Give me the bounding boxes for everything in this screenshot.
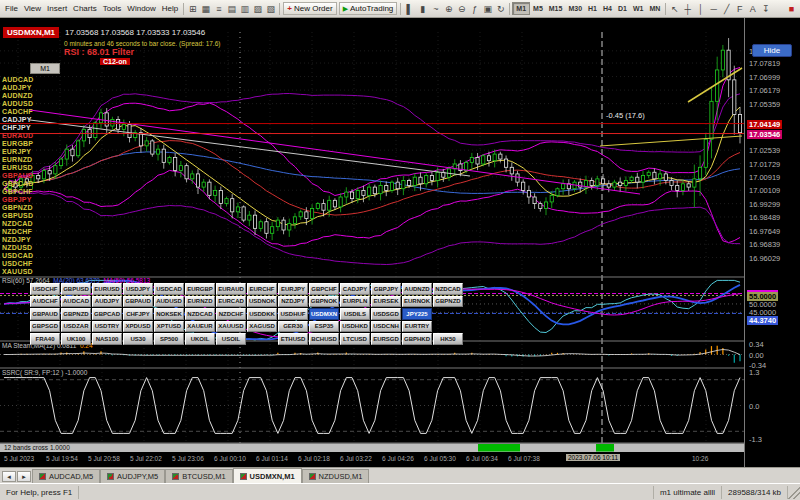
auto-scroll-icon[interactable]: ↻ [494,2,507,16]
autotrading-button[interactable]: ▶AutoTrading [339,2,398,15]
matrix-cell-nzdjpy[interactable]: NZDJPY [278,296,308,308]
timeframe-h1-button[interactable]: H1 [585,3,600,14]
menu-tools[interactable]: Tools [100,2,125,15]
new-order-button[interactable]: +New Order [283,2,336,15]
matrix-cell-usdhkd[interactable]: USDHKD [340,321,370,333]
watchlist-item-eurnzd[interactable]: EURNZD [2,156,64,164]
trendline-icon[interactable]: ╱ [720,2,733,16]
watchlist-item-audjpy[interactable]: AUDJPY [2,84,64,92]
matrix-cell-nas100[interactable]: NAS100 [92,333,122,345]
fibonacci-icon[interactable]: F [733,2,746,16]
chart-symbol-tab[interactable]: USDMXN,M1 [3,27,59,38]
timeframe-d1-button[interactable]: D1 [615,3,630,14]
matrix-cell-noksek[interactable]: NOKSEK [154,308,184,320]
matrix-cell-eurnok[interactable]: EURNOK [402,296,432,308]
profiles-icon[interactable]: ▦ [199,2,212,16]
indicators-icon[interactable]: ƒ [468,2,481,16]
matrix-cell-usdtry[interactable]: USDTRY [92,321,122,333]
matrix-cell-gbpnzd[interactable]: GBPNZD [433,296,463,308]
matrix-cell-usddkk[interactable]: USDDKK [247,308,277,320]
watchlist-item-gbpcad[interactable]: GBPCAD [2,180,64,188]
matrix-cell-xagusd[interactable]: XAGUSD [247,321,277,333]
matrix-cell-nzdcad[interactable]: NZDCAD [433,283,463,295]
line-chart-icon[interactable]: ~ [429,2,442,16]
matrix-cell-usdhuf[interactable]: USDHUF [278,308,308,320]
matrix-cell-usdnok[interactable]: USDNOK [247,296,277,308]
vertical-line-icon[interactable]: │ [694,2,707,16]
zoom-out-icon[interactable]: ⊖ [455,2,468,16]
menu-file[interactable]: File [2,2,21,15]
matrix-cell-eurnzd[interactable]: EURNZD [185,296,215,308]
timeframe-h4-button[interactable]: H4 [600,3,615,14]
horizontal-line-icon[interactable]: ─ [707,2,720,16]
watchlist-item-gbpjpy[interactable]: GBPJPY [2,196,64,204]
matrix-cell-nzdchf[interactable]: NZDCHF [216,308,246,320]
menu-charts[interactable]: Charts [70,2,100,15]
timeframe-w1-button[interactable]: W1 [630,3,647,14]
strategy-tester-icon[interactable]: ▧ [264,2,277,16]
matrix-cell-usdcad[interactable]: USDCAD [154,283,184,295]
watchlist-item-xauusd[interactable]: XAUUSD [2,268,64,276]
chart-canvas[interactable] [0,18,744,452]
matrix-cell-audchf[interactable]: AUDCHF [30,296,60,308]
watchlist-item-audcad[interactable]: AUDCAD [2,76,64,84]
matrix-cell-usdjpy[interactable]: USDJPY [123,283,153,295]
watchlist-header[interactable]: M1 [30,63,60,74]
matrix-cell-audusd[interactable]: AUDUSD [154,296,184,308]
watchlist-item-eurusd[interactable]: EURUSD [2,164,64,172]
timeframe-m1-button[interactable]: M1 [512,2,530,15]
matrix-cell-usdchf[interactable]: USDCHF [30,283,60,295]
matrix-cell-usoil[interactable]: USOIL [216,333,246,345]
data-window-icon[interactable]: ▤ [225,2,238,16]
timeframe-mn-button[interactable]: MN [646,3,663,14]
matrix-cell-gbpcad[interactable]: GBPCAD [92,308,122,320]
zoom-in-icon[interactable]: ⊕ [442,2,455,16]
watchlist-item-cadjpy[interactable]: CADJPY [2,116,64,124]
matrix-cell-gbpnok[interactable]: GBPNOK [309,296,339,308]
matrix-cell-fra40[interactable]: FRA40 [30,333,60,345]
watchlist-item-nzdcad[interactable]: NZDCAD [2,220,64,228]
matrix-cell-gbpaud[interactable]: GBPAUD [123,296,153,308]
candles-chart-icon[interactable]: ▮ [416,2,429,16]
matrix-cell-ltcusd[interactable]: LTCUSD [340,333,370,345]
matrix-cell-gbphkd[interactable]: GBPHKD [402,333,432,345]
watchlist-item-gbpnzd[interactable]: GBPNZD [2,204,64,212]
arrows-icon[interactable]: ↧ [759,2,772,16]
alert-icon[interactable]: ■ [785,2,798,16]
matrix-cell-esp35[interactable]: ESP35 [309,321,339,333]
matrix-cell-xauusd[interactable]: XAUUSD [216,321,246,333]
matrix-cell-audnzd[interactable]: AUDNZD [402,283,432,295]
matrix-cell-euraud[interactable]: EURAUD [216,283,246,295]
matrix-cell-eursek[interactable]: EURSEK [371,296,401,308]
matrix-cell-eurjpy[interactable]: EURJPY [278,283,308,295]
matrix-cell-eurusd[interactable]: EURUSD [92,283,122,295]
market-watch-icon[interactable]: ≡ [212,2,225,16]
watchlist-item-nzdchf[interactable]: NZDCHF [2,228,64,236]
matrix-cell-usdzar[interactable]: USDZAR [61,321,91,333]
watchlist-item-eurgbp[interactable]: EURGBP [2,140,64,148]
watchlist-item-gbpchf[interactable]: GBPCHF [2,188,64,196]
matrix-cell-sp500[interactable]: SP500 [154,333,184,345]
chart-tab-btcusd-m1[interactable]: BTCUSD,M1 [165,469,232,483]
matrix-cell-eurtry[interactable]: EURTRY [402,321,432,333]
resize-grip[interactable] [788,486,800,499]
matrix-cell-gbpchf[interactable]: GBPCHF [309,283,339,295]
watchlist-item-gbpaud[interactable]: GBPAUD [2,172,64,180]
matrix-cell-gbpsgd[interactable]: GBPSGD [30,321,60,333]
watchlist-item-chfjpy[interactable]: CHFJPY [2,124,64,132]
crosshair-icon[interactable]: ┼ [681,2,694,16]
matrix-cell-nzdcad[interactable]: NZDCAD [185,308,215,320]
matrix-cell-jpy225[interactable]: JPY225 [402,308,432,320]
matrix-cell-gbpaud[interactable]: GBPAUD [30,308,60,320]
tabs-scroll-right[interactable]: ► [17,471,31,482]
watchlist-item-nzdusd[interactable]: NZDUSD [2,244,64,252]
watchlist-item-nzdjpy[interactable]: NZDJPY [2,236,64,244]
matrix-cell-usdils[interactable]: USDILS [340,308,370,320]
chart-tab-nzdusd-m1[interactable]: NZDUSD,M1 [302,469,370,483]
price-axis[interactable]: 17.0855917.0781917.0699917.0617917.05359… [744,18,800,467]
matrix-cell-eurgbp[interactable]: EURGBP [185,283,215,295]
tabs-scroll-left[interactable]: ◄ [2,471,16,482]
menu-window[interactable]: Window [124,2,158,15]
terminal-icon[interactable]: ▨ [251,2,264,16]
matrix-cell-bchusd[interactable]: BCHUSD [309,333,339,345]
